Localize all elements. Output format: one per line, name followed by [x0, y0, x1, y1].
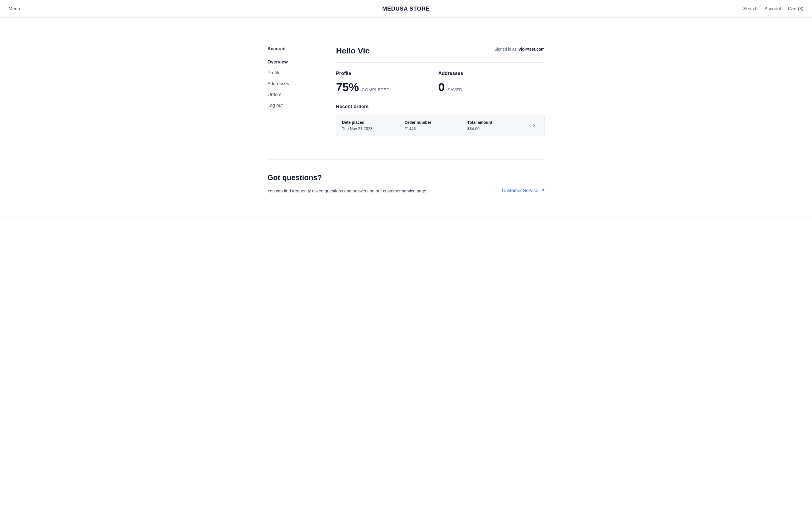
addresses-stat-sub: SAVED	[447, 87, 462, 92]
customer-service-label: Customer Service	[502, 188, 538, 193]
signed-in-email: vic@test.com	[519, 47, 545, 52]
addresses-stat-value: 0	[438, 82, 445, 93]
svg-line-0	[542, 189, 543, 191]
profile-stat: Profile 75% COMPLETED	[336, 71, 390, 93]
signed-in-prefix: Signed in as:	[494, 47, 519, 52]
order-total-value: $34.00	[467, 126, 530, 131]
sidebar-item-orders[interactable]: Orders	[267, 92, 330, 97]
order-date-label: Date placed	[342, 120, 405, 125]
site-header: Menu MEDUSA STORE Search Account Cart (3…	[0, 0, 812, 18]
profile-stat-value: 75%	[336, 82, 359, 93]
order-date-value: Tue Nov 21 2023	[342, 126, 405, 131]
account-link[interactable]: Account	[765, 6, 781, 12]
customer-service-link[interactable]: Customer Service	[502, 188, 545, 193]
cart-link[interactable]: Cart (3)	[788, 6, 803, 12]
order-total-label: Total amount	[467, 120, 530, 125]
brand-logo[interactable]: MEDUSA STORE	[382, 5, 430, 12]
sidebar-item-profile[interactable]: Profile	[267, 70, 330, 75]
sidebar-title: Account	[267, 46, 330, 52]
questions-title: Got questions?	[267, 173, 427, 182]
questions-body: You can find frequently asked questions …	[267, 188, 427, 193]
account-main: Hello Vic Signed in as: vic@test.com Pro…	[336, 46, 545, 136]
search-link[interactable]: Search	[743, 6, 758, 12]
recent-orders-title: Recent orders	[336, 104, 545, 110]
order-number-value: #1443	[405, 126, 467, 131]
signed-in-as: Signed in as: vic@test.com	[494, 46, 545, 52]
order-number-label: Order number	[405, 120, 467, 125]
page-bottom-border	[0, 216, 812, 216]
sidebar-item-addresses[interactable]: Addresses	[267, 81, 330, 86]
chevron-right-icon	[530, 123, 539, 128]
menu-link[interactable]: Menu	[9, 6, 20, 12]
sidebar-item-logout[interactable]: Log out	[267, 103, 330, 108]
addresses-stat-title: Addresses	[438, 71, 463, 76]
order-card[interactable]: Date placed Tue Nov 21 2023 Order number…	[336, 115, 545, 136]
arrow-up-right-icon	[540, 188, 545, 193]
hello-heading: Hello Vic	[336, 46, 370, 55]
account-sidebar: Account Overview Profile Addresses Order…	[267, 46, 336, 136]
sidebar-item-overview[interactable]: Overview	[267, 59, 330, 65]
questions-section: Got questions? You can find frequently a…	[267, 159, 545, 216]
addresses-stat: Addresses 0 SAVED	[438, 71, 463, 93]
profile-stat-sub: COMPLETED	[362, 87, 390, 92]
profile-stat-title: Profile	[336, 71, 390, 76]
